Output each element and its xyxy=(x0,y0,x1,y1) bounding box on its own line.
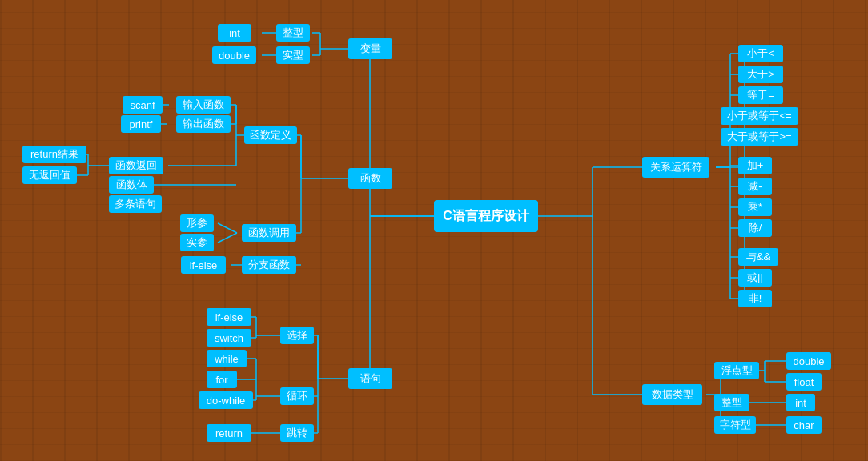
node-yu: 与&& xyxy=(738,248,778,266)
node-fenzhihanshu: 分支函数 xyxy=(242,256,296,274)
node-while: while xyxy=(207,350,247,367)
node-cheng: 乘* xyxy=(738,198,772,216)
node-char: char xyxy=(786,416,822,434)
node-double2: double xyxy=(786,352,831,370)
node-chu: 除/ xyxy=(738,219,772,237)
node-xiaoyu-dengyu: 小于或等于<= xyxy=(721,107,798,125)
node-float: float xyxy=(786,373,822,391)
node-shican: 实参 xyxy=(180,234,214,251)
node-int2: int xyxy=(786,394,815,411)
node-xuanze: 选择 xyxy=(280,327,314,344)
node-if-else: if-else xyxy=(207,308,251,326)
node-fudian: 浮点型 xyxy=(714,362,759,379)
node-printf: printf xyxy=(121,115,161,133)
node-dengyu: 等于= xyxy=(738,86,783,104)
node-fei: 非! xyxy=(738,290,772,307)
svg-line-36 xyxy=(218,223,237,233)
node-switch: switch xyxy=(207,329,251,347)
node-tiaozhan: 跳转 xyxy=(280,424,314,442)
node-if-else2: if-else xyxy=(181,256,226,274)
node-wufanhui: 无返回值 xyxy=(22,166,77,184)
node-return-jieguo: return结果 xyxy=(22,146,86,163)
node-yuju: 语句 xyxy=(348,368,392,389)
node-zhengxing: 整型 xyxy=(276,24,310,42)
node-dayu-dengyu: 大于或等于>= xyxy=(721,128,798,146)
node-do-while: do-while xyxy=(199,391,253,409)
node-shixing: 实型 xyxy=(276,46,310,64)
node-zifuxing: 字符型 xyxy=(714,416,756,434)
node-jian: 减- xyxy=(738,178,772,195)
node-shuchuhanshu: 输出函数 xyxy=(176,115,231,133)
node-duotiao: 多条语句 xyxy=(109,195,162,213)
node-bianliang: 变量 xyxy=(348,38,392,59)
node-shuruhanshu: 输入函数 xyxy=(176,96,231,114)
node-hanshu-dingyi: 函数定义 xyxy=(244,126,297,144)
node-hanshu-fanhui: 函数返回 xyxy=(109,157,163,174)
node-huo: 或|| xyxy=(738,269,772,287)
node-shuju-leixing: 数据类型 xyxy=(642,384,702,405)
node-zhengxing2: 整型 xyxy=(714,394,749,411)
node-xunhuan: 循环 xyxy=(280,387,314,405)
node-return: return xyxy=(207,424,251,442)
center-node: C语言程序设计 xyxy=(434,200,538,232)
node-int: int xyxy=(218,24,251,42)
node-xiaoyu: 小于< xyxy=(738,45,783,62)
node-hanshuti: 函数体 xyxy=(109,176,154,194)
node-hanshu-tiaoyong: 函数调用 xyxy=(242,224,296,242)
node-double: double xyxy=(212,46,256,64)
node-xingcan: 形参 xyxy=(180,214,214,232)
node-hanshu: 函数 xyxy=(348,168,392,189)
node-scanf: scanf xyxy=(123,96,163,114)
node-dayu: 大于> xyxy=(738,66,783,83)
node-for: for xyxy=(207,371,237,388)
node-guanxi: 关系运算符 xyxy=(642,157,709,178)
svg-line-37 xyxy=(218,233,237,243)
node-jia: 加+ xyxy=(738,157,772,174)
